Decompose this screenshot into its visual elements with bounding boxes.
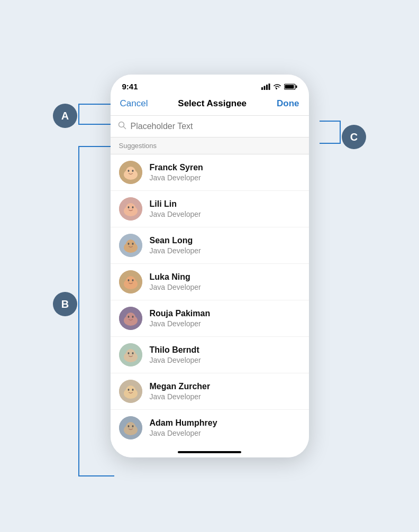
item-info: Adam HumphreyJava Developer — [150, 418, 217, 437]
status-bar: 9:41 — [111, 75, 309, 95]
svg-point-22 — [127, 243, 129, 245]
svg-point-37 — [127, 352, 129, 354]
search-input[interactable] — [131, 122, 302, 131]
item-info: Thilo BerndtJava Developer — [150, 345, 201, 364]
svg-point-36 — [126, 349, 135, 359]
status-time: 9:41 — [122, 82, 138, 91]
annotation-c: C — [342, 125, 366, 149]
avatar — [119, 234, 142, 257]
svg-rect-2 — [266, 85, 268, 90]
wifi-icon — [273, 84, 281, 90]
item-name: Luka Ning — [150, 272, 201, 282]
svg-rect-0 — [261, 87, 263, 90]
item-info: Rouja PakimanJava Developer — [150, 309, 211, 328]
svg-point-46 — [126, 422, 135, 432]
search-bar — [111, 116, 309, 137]
item-info: Lili LinJava Developer — [150, 199, 201, 218]
svg-point-12 — [127, 170, 129, 172]
list-item[interactable]: Sean LongJava Developer — [111, 227, 309, 264]
signal-icon — [261, 84, 270, 90]
svg-point-16 — [126, 203, 135, 213]
svg-point-28 — [132, 279, 133, 281]
svg-point-31 — [126, 313, 135, 322]
svg-line-8 — [123, 127, 125, 129]
battery-icon — [284, 84, 297, 90]
annotation-b: B — [53, 292, 77, 316]
item-info: Megan ZurcherJava Developer — [150, 382, 211, 401]
bracket-a-line — [78, 104, 114, 125]
list-item[interactable]: Rouja PakimanJava Developer — [111, 300, 309, 337]
svg-point-47 — [127, 425, 129, 427]
item-name: Rouja Pakiman — [150, 309, 211, 318]
item-name: Thilo Berndt — [150, 345, 201, 355]
list-item[interactable]: Megan ZurcherJava Developer — [111, 373, 309, 410]
svg-point-33 — [132, 316, 133, 318]
list-item[interactable]: Lili LinJava Developer — [111, 191, 309, 227]
item-name: Adam Humphrey — [150, 418, 217, 428]
item-role: Java Developer — [150, 429, 217, 437]
bracket-b-line — [78, 146, 114, 476]
item-role: Java Developer — [150, 319, 211, 328]
item-role: Java Developer — [150, 210, 201, 218]
item-info: Franck SyrenJava Developer — [150, 163, 203, 182]
svg-point-17 — [127, 206, 129, 208]
phone-frame: 9:41 Cancel Select — [111, 75, 309, 457]
svg-rect-5 — [285, 85, 294, 88]
svg-point-38 — [132, 352, 133, 354]
item-role: Java Developer — [150, 246, 201, 255]
svg-point-41 — [126, 386, 135, 395]
item-info: Sean LongJava Developer — [150, 236, 201, 255]
svg-point-23 — [132, 243, 133, 245]
svg-rect-1 — [263, 86, 265, 90]
item-name: Lili Lin — [150, 199, 201, 209]
list-item[interactable]: Franck SyrenJava Developer — [111, 154, 309, 191]
avatar — [119, 380, 142, 403]
list-item[interactable]: Thilo BerndtJava Developer — [111, 337, 309, 373]
item-role: Java Developer — [150, 173, 203, 182]
search-icon — [118, 121, 126, 132]
item-role: Java Developer — [150, 392, 211, 401]
item-role: Java Developer — [150, 283, 201, 291]
svg-rect-3 — [268, 84, 270, 90]
nav-title: Select Assignee — [178, 98, 247, 109]
svg-point-26 — [126, 276, 135, 286]
item-name: Sean Long — [150, 236, 201, 245]
item-name: Franck Syren — [150, 163, 203, 172]
svg-point-21 — [126, 240, 135, 249]
avatar — [119, 343, 142, 366]
svg-point-48 — [132, 425, 133, 427]
svg-rect-6 — [296, 85, 297, 88]
svg-point-27 — [127, 279, 129, 281]
annotation-a: A — [53, 104, 77, 128]
item-info: Luka NingJava Developer — [150, 272, 201, 291]
item-name: Megan Zurcher — [150, 382, 211, 391]
svg-point-42 — [127, 389, 129, 391]
item-role: Java Developer — [150, 356, 201, 364]
svg-point-18 — [132, 206, 133, 208]
status-icons — [261, 84, 297, 90]
bracket-c-line — [320, 121, 341, 144]
home-indicator — [111, 446, 309, 457]
svg-point-32 — [127, 316, 129, 318]
home-bar — [178, 451, 241, 453]
svg-point-11 — [126, 167, 135, 176]
people-list: Franck SyrenJava Developer Lili LinJava … — [111, 154, 309, 446]
list-item[interactable]: Adam HumphreyJava Developer — [111, 410, 309, 446]
avatar — [119, 270, 142, 293]
avatar — [119, 161, 142, 184]
avatar — [119, 307, 142, 330]
svg-point-13 — [132, 170, 133, 172]
svg-point-43 — [132, 389, 133, 391]
done-button[interactable]: Done — [277, 98, 299, 109]
avatar — [119, 197, 142, 221]
avatar — [119, 416, 142, 439]
cancel-button[interactable]: Cancel — [120, 98, 148, 109]
nav-bar: Cancel Select Assignee Done — [111, 95, 309, 116]
section-header: Suggestions — [111, 137, 309, 154]
list-item[interactable]: Luka NingJava Developer — [111, 264, 309, 300]
